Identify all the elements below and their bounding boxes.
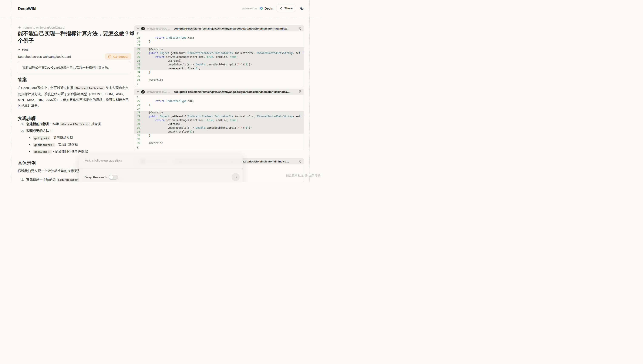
line-number: 34	[134, 134, 143, 137]
line-number: 25	[134, 100, 143, 102]
copy-icon[interactable]	[299, 90, 302, 93]
header-divider	[0, 18, 321, 18]
code-line: 32 .mapToDouble(s -> Double.parseDouble(…	[134, 63, 304, 66]
toggle-knob	[109, 175, 113, 179]
code-text: @Override	[143, 111, 304, 114]
deep-research-toggle[interactable]	[109, 175, 118, 180]
chevron-down-icon[interactable]	[137, 27, 139, 30]
file-path[interactable]: coolguard-decision/src/main/java/cn/wnhy…	[174, 27, 297, 30]
code-text: }	[143, 104, 304, 106]
followup-input[interactable]	[84, 158, 238, 168]
text: 在CoolGuard系统中，您可以通过扩展	[18, 86, 74, 90]
line-number: 33	[134, 67, 143, 70]
code-panel: Jwnhyang/coolGu…coolguard-decision/src/m…	[134, 89, 304, 150]
code-line: 34 }	[134, 134, 304, 138]
scroll-up-control[interactable]	[134, 95, 304, 99]
text: ：	[49, 129, 53, 132]
line-number: 34	[134, 71, 143, 74]
fast-label: Fast	[22, 48, 28, 51]
code-text: }	[143, 71, 304, 74]
text: - 定义如何存储事件数据	[52, 150, 88, 153]
question-title: 能不能自己实现一种指标计算方法，要怎么做？举个例子	[18, 30, 135, 44]
code-text: return set.valueRange(startTime, true, e…	[143, 56, 304, 58]
scroll-down-control[interactable]	[134, 145, 304, 150]
code-text: @Override	[143, 78, 304, 81]
line-number: 32	[134, 126, 143, 129]
repo-name[interactable]: wnhyang/coolGu…	[147, 27, 170, 30]
line-number: 25	[134, 36, 143, 39]
arrow-right-icon	[234, 175, 238, 179]
share-label: Share	[284, 6, 293, 10]
code-line: 34 }	[134, 70, 304, 74]
code-text: .max().orElse(0);	[143, 130, 304, 133]
share-button[interactable]: Share	[276, 5, 296, 12]
list-number: 1.	[21, 178, 24, 181]
line-number: 26	[134, 104, 143, 106]
go-deeper-button[interactable]: Go deeper	[105, 53, 131, 60]
line-number: 31	[134, 59, 143, 62]
code-line: 29 public Object getResult0(IndicatorCon…	[134, 114, 304, 118]
code-line: 28 @Override	[134, 111, 304, 114]
deepwiki-logo[interactable]: DeepWiki	[18, 6, 36, 11]
code-body: 25 return IndicatorType.AVG;26 }2728 @Ov…	[134, 36, 304, 82]
line-number: 36	[134, 78, 143, 81]
send-button[interactable]	[232, 173, 240, 181]
list-item: 1. 创建新的指标类：继承 AbstractIndicator 抽象类	[21, 122, 132, 126]
line-number: 27	[134, 107, 143, 110]
code-text: }	[143, 134, 304, 137]
code-line: 33 .average().orElse(0);	[134, 66, 304, 70]
code-line: 26 }	[134, 40, 304, 44]
dark-mode-toggle[interactable]	[299, 5, 305, 11]
list-item: 2. 实现必要的方法：	[21, 129, 132, 133]
devin-label: Devin	[265, 6, 273, 10]
code-line: 31 .stream()	[134, 122, 304, 126]
answer-intro: 在CoolGuard系统中，您可以通过扩展 AbstractIndicator …	[18, 85, 132, 108]
text: - 返回指标类型	[50, 136, 73, 140]
steps-heading: 实现步骤	[18, 116, 36, 122]
header-actions: powered by Devin Share	[242, 5, 305, 12]
scroll-down-control[interactable]	[134, 82, 304, 86]
line-number: 27	[134, 44, 143, 47]
text: 首先创建一个新的类	[26, 178, 57, 181]
code-text: .mapToDouble(s -> Double.parseDouble(s.s…	[143, 126, 304, 129]
inline-code: getType()	[33, 136, 50, 140]
list-item-text: getType() - 返回指标类型	[33, 136, 73, 140]
code-line: 33 .max().orElse(0);	[134, 130, 304, 134]
line-number: 31	[134, 122, 143, 126]
powered-by-label: powered by	[242, 7, 257, 10]
followup-toolbar: Deep Research	[79, 168, 243, 182]
right-guide-line	[309, 0, 310, 182]
line-number: 28	[134, 111, 143, 114]
code-panel: Jwnhyang/coolGu…coolguard-decision/src/m…	[134, 26, 304, 87]
bold-text: 实现必要的方法	[26, 129, 49, 132]
copy-icon[interactable]	[299, 160, 302, 163]
fast-badge: Fast	[18, 48, 28, 51]
file-path[interactable]: coolguard-decision/src/main/java/cn/wnhy…	[174, 90, 297, 94]
line-number: 35	[134, 138, 143, 141]
code-line: 29 public Object getResult0(IndicatorCon…	[134, 51, 304, 55]
code-line: 30 return set.valueRange(startTime, true…	[134, 55, 304, 59]
code-text: public Object getResult0(IndicatorContex…	[143, 52, 304, 54]
devin-logo-icon	[260, 6, 263, 10]
chevron-down-icon[interactable]	[137, 90, 139, 93]
back-link[interactable]: return to wnhyang/coolGuard	[18, 26, 64, 29]
code-line: 25 return IndicatorType.AVG;	[134, 36, 304, 40]
list-number: 1.	[21, 122, 24, 126]
line-number: 26	[134, 40, 143, 43]
devin-link[interactable]: Devin	[260, 6, 273, 10]
code-line: 27	[134, 44, 304, 47]
repo-name[interactable]: wnhyang/coolGu…	[147, 90, 170, 94]
searched-row: Searched across wnhyang/coolGuard Go dee…	[18, 53, 131, 60]
bullet-icon: •	[29, 150, 30, 153]
code-text: @Override	[143, 142, 304, 144]
moon-icon	[300, 6, 304, 10]
code-line: 35	[134, 138, 304, 141]
code-line: 36 @Override	[134, 78, 304, 82]
scroll-up-control[interactable]	[134, 32, 304, 36]
code-line: 26 }	[134, 103, 304, 107]
text: ：继承	[49, 122, 60, 126]
code-line: 25 return IndicatorType.MAX;	[134, 99, 304, 103]
code-text: public Object getResult0(IndicatorContex…	[143, 115, 304, 118]
copy-icon[interactable]	[299, 27, 302, 30]
followup-divider	[79, 168, 243, 168]
